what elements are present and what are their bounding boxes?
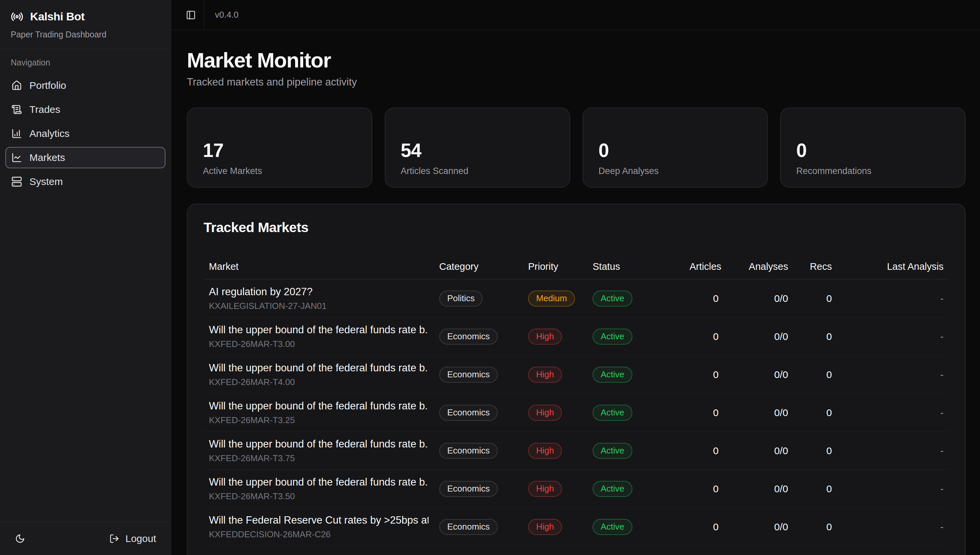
priority-badge: High <box>528 481 562 497</box>
last-analysis-value: - <box>837 293 949 304</box>
stat-value: 0 <box>796 139 949 161</box>
articles-count: 0 <box>684 445 724 457</box>
column-header-category: Category <box>434 261 523 272</box>
recs-count: 0 <box>793 293 837 304</box>
stat-label: Deep Analyses <box>599 166 752 176</box>
last-analysis-value: - <box>837 445 949 457</box>
nav-item-label: Markets <box>29 152 65 163</box>
analyses-count: 0/0 <box>724 331 793 342</box>
recs-count: 0 <box>793 445 837 457</box>
analyses-count: 0/0 <box>724 293 793 304</box>
category-badge: Economics <box>439 481 498 497</box>
page-title: Market Monitor <box>187 49 966 71</box>
articles-count: 0 <box>684 369 724 380</box>
topbar-separator <box>204 0 204 30</box>
chart-line-icon <box>11 152 22 163</box>
sidebar-item-analytics[interactable]: Analytics <box>5 123 166 144</box>
sidebar-footer: Logout <box>0 521 171 555</box>
analyses-count: 0/0 <box>724 521 793 533</box>
main-area: v0.4.0 Market Monitor Tracked markets an… <box>171 0 980 555</box>
stat-card-active-markets: 17 Active Markets <box>187 107 372 188</box>
table-body: AI regulation by 2027? KXAILEGISLATION-2… <box>204 279 949 546</box>
panel-left-icon <box>186 10 196 20</box>
recs-count: 0 <box>793 407 837 419</box>
priority-badge: High <box>528 519 562 535</box>
market-title: Will the upper bound of the federal fund… <box>209 362 428 374</box>
stats-row: 17 Active Markets 54 Articles Scanned 0 … <box>187 107 966 188</box>
analyses-count: 0/0 <box>724 407 793 419</box>
stat-card-deep-analyses: 0 Deep Analyses <box>583 107 768 188</box>
market-ticker: KXAILEGISLATION-27-JAN01 <box>209 301 428 311</box>
priority-badge: Medium <box>528 290 575 306</box>
category-badge: Economics <box>439 405 498 421</box>
radio-icon <box>11 10 23 23</box>
articles-count: 0 <box>684 521 724 533</box>
table-row: Will the upper bound of the federal fund… <box>204 432 949 470</box>
sidebar-nav: Navigation Portfolio Trades Analytics Ma… <box>0 49 171 192</box>
sidebar: Kalshi Bot Paper Trading Dashboard Navig… <box>0 0 171 555</box>
last-analysis-value: - <box>837 521 949 533</box>
version-label: v0.4.0 <box>215 10 239 20</box>
last-analysis-value: - <box>837 331 949 342</box>
nav-list: Portfolio Trades Analytics Markets Syste… <box>5 75 166 192</box>
market-title: Will the upper bound of the federal fund… <box>209 400 428 412</box>
market-ticker: KXFEDDECISION-26MAR-C26 <box>209 529 428 540</box>
recs-count: 0 <box>793 483 837 494</box>
table-row: Will the upper bound of the federal fund… <box>204 318 949 356</box>
column-header-market: Market <box>204 261 434 272</box>
articles-count: 0 <box>684 293 724 304</box>
table-row: Will the Federal Reserve Cut rates by >2… <box>204 508 949 546</box>
sidebar-toggle-button[interactable] <box>181 5 201 25</box>
status-badge: Active <box>592 405 632 421</box>
table-row: Will the upper bound of the federal fund… <box>204 394 949 432</box>
sidebar-item-trades[interactable]: Trades <box>5 99 166 120</box>
sidebar-item-system[interactable]: System <box>5 171 166 192</box>
table-row: Will the upper bound of the federal fund… <box>204 470 949 508</box>
recs-count: 0 <box>793 521 837 533</box>
server-icon <box>11 176 22 187</box>
column-header-status: Status <box>587 261 684 272</box>
market-title: Will the upper bound of the federal fund… <box>209 438 428 450</box>
column-header-recs: Recs <box>793 261 837 272</box>
priority-badge: High <box>528 405 562 421</box>
nav-item-label: Analytics <box>29 128 69 139</box>
analyses-count: 0/0 <box>724 445 793 457</box>
last-analysis-value: - <box>837 407 949 419</box>
category-badge: Economics <box>439 329 498 345</box>
recs-count: 0 <box>793 331 837 342</box>
last-analysis-value: - <box>837 483 949 494</box>
articles-count: 0 <box>684 407 724 419</box>
last-analysis-value: - <box>837 369 949 380</box>
priority-badge: High <box>528 329 562 345</box>
category-badge: Economics <box>439 519 498 535</box>
market-ticker: KXFED-26MAR-T4.00 <box>209 377 428 387</box>
market-ticker: KXFED-26MAR-T3.75 <box>209 453 428 464</box>
articles-count: 0 <box>684 331 724 342</box>
table-header-row: MarketCategoryPriorityStatusArticlesAnal… <box>204 254 949 279</box>
analyses-count: 0/0 <box>724 483 793 494</box>
nav-item-label: Portfolio <box>29 80 66 91</box>
market-ticker: KXFED-26MAR-T3.00 <box>209 339 428 349</box>
moon-icon <box>15 534 25 544</box>
theme-toggle-button[interactable] <box>12 531 28 547</box>
stat-value: 54 <box>401 139 554 161</box>
sidebar-header: Kalshi Bot Paper Trading Dashboard <box>0 0 171 49</box>
stat-label: Recommendations <box>796 166 949 176</box>
sidebar-item-markets[interactable]: Markets <box>5 147 166 168</box>
status-badge: Active <box>592 290 632 306</box>
logout-button[interactable]: Logout <box>109 533 156 544</box>
category-badge: Politics <box>439 290 483 306</box>
market-ticker: KXFED-26MAR-T3.50 <box>209 491 428 502</box>
stat-label: Active Markets <box>203 166 356 176</box>
priority-badge: High <box>528 443 562 459</box>
sidebar-item-portfolio[interactable]: Portfolio <box>5 75 166 96</box>
page-subtitle: Tracked markets and pipeline activity <box>187 76 966 88</box>
column-header-priority: Priority <box>523 261 587 272</box>
category-badge: Economics <box>439 367 498 383</box>
market-title: Will the Federal Reserve Cut rates by >2… <box>209 514 428 526</box>
priority-badge: High <box>528 367 562 383</box>
stat-label: Articles Scanned <box>401 166 554 176</box>
topbar: v0.4.0 <box>171 0 980 30</box>
analyses-count: 0/0 <box>724 369 793 380</box>
logout-label: Logout <box>126 533 156 544</box>
